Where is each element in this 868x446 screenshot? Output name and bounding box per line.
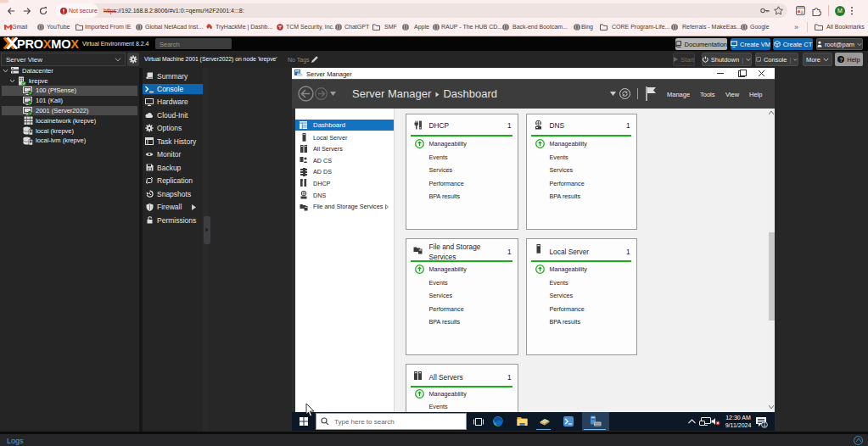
svg-text:1: 1 [763, 421, 766, 427]
